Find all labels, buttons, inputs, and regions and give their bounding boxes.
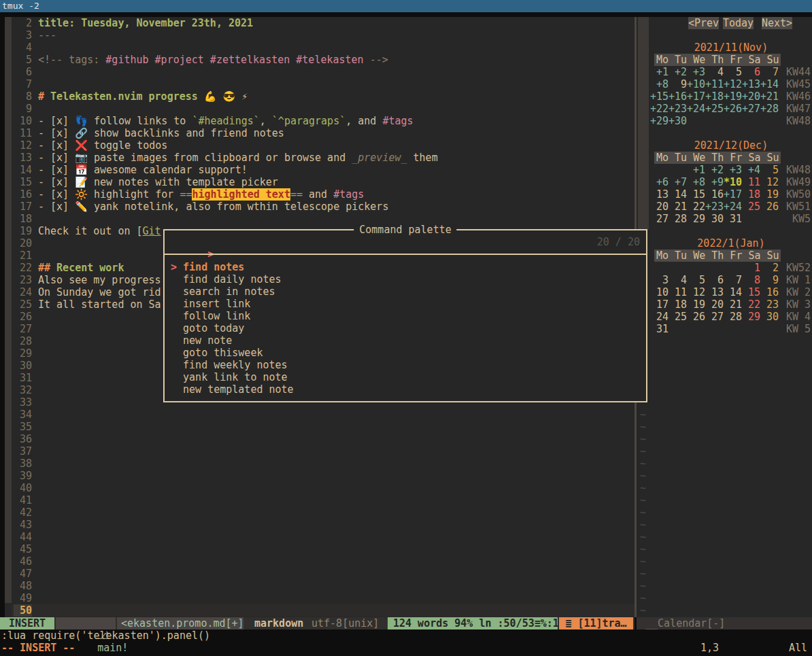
- calendar-day[interactable]: 17: [650, 298, 669, 311]
- calendar-day[interactable]: 23: [760, 298, 779, 311]
- palette-item[interactable]: yank link to note: [165, 371, 646, 383]
- editor-line[interactable]: 50: [12, 604, 635, 617]
- calendar-day[interactable]: +1: [650, 66, 669, 78]
- calendar-day[interactable]: +11: [705, 78, 724, 90]
- calendar-day[interactable]: +16: [669, 90, 687, 103]
- calendar-day[interactable]: 22: [687, 201, 705, 213]
- palette-item[interactable]: find weekly notes: [165, 359, 646, 371]
- calendar-day[interactable]: 14: [724, 286, 742, 298]
- calendar-day[interactable]: +6: [650, 176, 669, 188]
- calendar-day[interactable]: 25: [669, 311, 687, 323]
- calendar-day[interactable]: +8: [650, 78, 669, 90]
- editor-line[interactable]: 8 # Telekasten.nvim progress 💪 😎 ⚡: [0, 90, 635, 103]
- calendar-day[interactable]: 6: [705, 274, 724, 286]
- editor-line[interactable]: 15 - [x] 📝 new notes with template picke…: [0, 176, 635, 188]
- palette-prompt-input[interactable]: >: [165, 236, 646, 248]
- calendar-day[interactable]: 26: [760, 201, 779, 213]
- calendar-day[interactable]: +24: [724, 201, 742, 213]
- calendar-day[interactable]: 20: [705, 298, 724, 311]
- editor-line[interactable]: 35: [0, 421, 635, 433]
- editor-line[interactable]: 45: [0, 543, 635, 555]
- calendar-day[interactable]: +24: [687, 103, 705, 115]
- calendar-day[interactable]: *10: [724, 176, 742, 188]
- calendar-day[interactable]: +25: [705, 103, 724, 115]
- editor-line[interactable]: 43: [0, 519, 635, 531]
- calendar-day[interactable]: 18: [742, 188, 760, 201]
- calendar-day[interactable]: +3: [687, 66, 705, 78]
- calendar-day[interactable]: 30: [705, 213, 724, 225]
- editor-line[interactable]: 42: [0, 506, 635, 519]
- calendar-day[interactable]: 5: [724, 66, 742, 78]
- calendar-day[interactable]: +2: [705, 164, 724, 176]
- palette-item[interactable]: follow link: [165, 310, 646, 322]
- editor-line[interactable]: 41: [0, 494, 635, 506]
- editor-line[interactable]: 17 - [x] ✏️ yank notelink, also from wth…: [0, 201, 635, 213]
- calendar-day[interactable]: +1: [687, 164, 705, 176]
- calendar-day[interactable]: 28: [669, 213, 687, 225]
- calendar-day[interactable]: +21: [760, 90, 779, 103]
- calendar-day[interactable]: 31: [650, 323, 669, 335]
- calendar-day[interactable]: +2: [669, 66, 687, 78]
- editor-line[interactable]: 39: [0, 470, 635, 482]
- calendar-day[interactable]: 15: [687, 188, 705, 201]
- calendar-day[interactable]: 27: [650, 213, 669, 225]
- calendar-day[interactable]: 1: [742, 262, 760, 274]
- calendar-day[interactable]: +20: [742, 90, 760, 103]
- calendar-day[interactable]: 9: [669, 78, 687, 90]
- editor-line[interactable]: 5 <!-- tags: #github #project #zettelkas…: [0, 54, 635, 66]
- editor-line[interactable]: 4: [0, 41, 635, 54]
- calendar-day[interactable]: +18: [705, 90, 724, 103]
- calendar-day[interactable]: 14: [669, 188, 687, 201]
- calendar-day[interactable]: 12: [760, 176, 779, 188]
- editor-line[interactable]: 3 ---: [0, 29, 635, 41]
- calendar-day[interactable]: 24: [650, 311, 669, 323]
- calendar-day[interactable]: +3: [724, 164, 742, 176]
- calendar-day[interactable]: 4: [669, 274, 687, 286]
- calendar-day[interactable]: +7: [669, 176, 687, 188]
- calendar-day[interactable]: +28: [760, 103, 779, 115]
- calendar-day[interactable]: 27: [705, 311, 724, 323]
- calendar-day[interactable]: 13: [705, 286, 724, 298]
- editor-line[interactable]: 9: [0, 103, 635, 115]
- prev-button[interactable]: <Prev: [688, 17, 719, 29]
- editor-line[interactable]: 49: [0, 592, 635, 604]
- editor-line[interactable]: 36: [0, 433, 635, 445]
- calendar-day[interactable]: +12: [724, 78, 742, 90]
- today-button[interactable]: Today: [723, 17, 754, 29]
- calendar-day[interactable]: +22: [650, 103, 669, 115]
- calendar-day[interactable]: +13: [742, 78, 760, 90]
- palette-item[interactable]: goto thisweek: [165, 347, 646, 359]
- calendar-day[interactable]: +14: [760, 78, 779, 90]
- calendar-day[interactable]: +17: [724, 188, 742, 201]
- calendar-day[interactable]: 11: [742, 176, 760, 188]
- palette-item[interactable]: goto today: [165, 322, 646, 334]
- calendar-day[interactable]: 19: [687, 298, 705, 311]
- calendar-day[interactable]: +19: [724, 90, 742, 103]
- editor-line[interactable]: 18: [0, 213, 635, 225]
- calendar-day[interactable]: 12: [687, 286, 705, 298]
- calendar-day[interactable]: +10: [687, 78, 705, 90]
- editor-line[interactable]: 46: [0, 555, 635, 568]
- calendar-day[interactable]: 13: [650, 188, 669, 201]
- editor-line[interactable]: 44: [0, 531, 635, 543]
- palette-item[interactable]: insert link: [165, 298, 646, 310]
- editor-line[interactable]: 12 - [x] ❌ toggle todos: [0, 139, 635, 152]
- calendar-day[interactable]: 26: [687, 311, 705, 323]
- calendar-day[interactable]: +9: [705, 176, 724, 188]
- calendar-day[interactable]: 18: [669, 298, 687, 311]
- calendar-day[interactable]: 16: [760, 286, 779, 298]
- calendar-day[interactable]: 25: [742, 201, 760, 213]
- editor-line[interactable]: 16 - [x] 🔆 highlight for ==highlighted t…: [0, 188, 635, 201]
- calendar-day[interactable]: +27: [742, 103, 760, 115]
- calendar-day[interactable]: 8: [742, 274, 760, 286]
- calendar-day[interactable]: 11: [669, 286, 687, 298]
- calendar-day[interactable]: +29: [650, 115, 669, 127]
- calendar-day[interactable]: 31: [724, 213, 742, 225]
- editor-line[interactable]: 2 title: Tuesday, November 23th, 2021: [0, 17, 635, 29]
- editor-line[interactable]: 7: [0, 78, 635, 90]
- editor-line[interactable]: 10 - [x] 👣 follow links to `#headings`, …: [0, 115, 635, 127]
- editor-line[interactable]: 11 - [x] 🔗 show backlinks and friend not…: [0, 127, 635, 139]
- calendar-day[interactable]: 19: [760, 188, 779, 201]
- calendar-day[interactable]: 30: [760, 311, 779, 323]
- palette-item[interactable]: new templated note: [165, 383, 646, 396]
